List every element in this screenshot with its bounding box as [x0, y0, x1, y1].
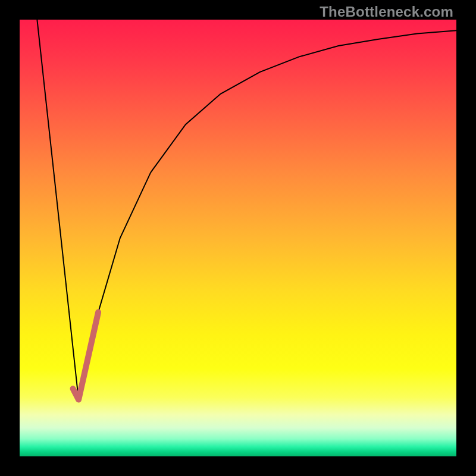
- curve-left-descent: [37, 20, 79, 400]
- chart-frame: TheBottleneck.com: [0, 0, 476, 476]
- curves-layer: [20, 20, 456, 456]
- curve-right: [79, 30, 456, 399]
- watermark-text: TheBottleneck.com: [320, 4, 453, 20]
- plot-area: [20, 20, 456, 456]
